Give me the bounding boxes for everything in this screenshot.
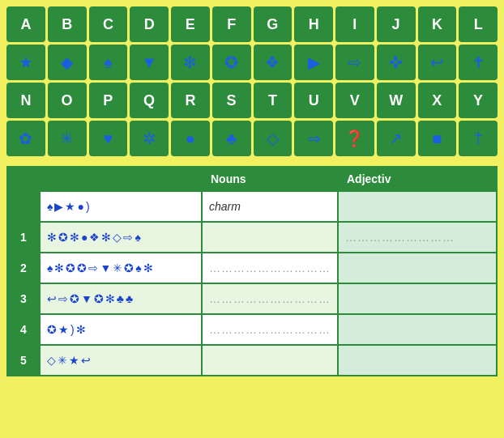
key-sym-diamond-open[interactable]: ◇ — [254, 121, 293, 156]
row-noun-3[interactable]: ………………………… — [202, 283, 338, 314]
key-T[interactable]: T — [254, 83, 293, 118]
row-num-1: 1 — [7, 222, 40, 253]
key-sym-uparrow[interactable]: ↗ — [377, 121, 416, 156]
key-I[interactable]: I — [335, 6, 374, 42]
row-adj-5[interactable] — [338, 345, 497, 376]
table-section: Nouns Adjectiv ♠▶★●) charm 1 ✻✪✻●❖✻◇⇨♠ …… — [0, 166, 504, 383]
key-S[interactable]: S — [212, 83, 251, 118]
key-sym-spade[interactable]: ♠ — [89, 45, 128, 80]
key-E[interactable]: E — [171, 6, 210, 42]
col-header-code — [40, 167, 202, 191]
table-row: ♠▶★●) charm — [7, 191, 497, 222]
key-W[interactable]: W — [377, 83, 416, 118]
table-row: 2 ♠✻✪✪⇨▼✳✪♠✻ ………………………… — [7, 253, 497, 283]
key-sym-club[interactable]: ♣ — [212, 121, 251, 156]
table-row: 4 ✪★)✻ ………………………… — [7, 314, 497, 345]
key-sym-downtri[interactable]: ▼ — [130, 45, 169, 80]
key-Y[interactable]: Y — [459, 83, 498, 118]
row-code-4[interactable]: ✪★)✻ — [40, 314, 202, 345]
key-X[interactable]: X — [418, 83, 457, 118]
key-Q[interactable]: Q — [130, 83, 169, 118]
key-D[interactable]: D — [130, 6, 169, 42]
key-sym-asterisk[interactable]: ✻ — [171, 45, 210, 80]
key-N[interactable]: N — [6, 83, 45, 118]
key-sym-fourdiamonds[interactable]: ❖ — [254, 45, 293, 80]
table-row: 1 ✻✪✻●❖✻◇⇨♠ ……………………… — [7, 222, 497, 253]
key-V[interactable]: V — [335, 83, 374, 118]
row-adj-0[interactable] — [338, 191, 497, 222]
table-row: 3 ↩⇨✪▼✪✻♣♣ ………………………… — [7, 283, 497, 314]
key-sym-diamond[interactable]: ◆ — [48, 45, 87, 80]
row-noun-5[interactable] — [202, 345, 338, 376]
key-sym-square[interactable]: ■ — [418, 121, 457, 156]
key-B[interactable]: B — [48, 6, 87, 42]
key-J[interactable]: J — [377, 6, 416, 42]
key-K[interactable]: K — [418, 6, 457, 42]
key-C[interactable]: C — [89, 6, 128, 42]
key-sym-cross[interactable]: ✝ — [459, 45, 498, 80]
row-noun-2[interactable]: ………………………… — [202, 253, 338, 283]
row-noun-1[interactable] — [202, 222, 338, 253]
key-sym-sparkle[interactable]: ✲ — [130, 121, 169, 156]
key-sym-question[interactable]: ❓ — [335, 121, 374, 156]
key-sym-circle[interactable]: ● — [171, 121, 210, 156]
key-O[interactable]: O — [48, 83, 87, 118]
col-header-adj: Adjectiv — [338, 167, 497, 191]
key-sym-heart[interactable]: ♥ — [89, 121, 128, 156]
key-sym-righttri[interactable]: ▶ — [294, 45, 333, 80]
row-adj-1[interactable]: ……………………… — [338, 222, 497, 253]
puzzle-table: Nouns Adjectiv ♠▶★●) charm 1 ✻✪✻●❖✻◇⇨♠ …… — [6, 166, 498, 376]
row-num-5: 5 — [7, 345, 40, 376]
key-sym-return[interactable]: ↩ — [418, 45, 457, 80]
key-R[interactable]: R — [171, 83, 210, 118]
col-header-nouns: Nouns — [202, 167, 338, 191]
key-sym-snowflake[interactable]: ✳ — [48, 121, 87, 156]
key-sym-flower[interactable]: ✿ — [6, 121, 45, 156]
row-noun-4[interactable]: ………………………… — [202, 314, 338, 345]
table-row: 5 ◇✳★↩ — [7, 345, 497, 376]
col-header-num — [7, 167, 40, 191]
row-num-2: 2 — [7, 253, 40, 283]
row-noun-0[interactable]: charm — [202, 191, 338, 222]
key-L[interactable]: L — [459, 6, 498, 42]
row-code-1[interactable]: ✻✪✻●❖✻◇⇨♠ — [40, 222, 202, 253]
key-grid: A B C D E F G H I J K L ★ ◆ ♠ ▼ ✻ ✪ ❖ ▶ … — [6, 6, 498, 156]
key-sym-circlestar[interactable]: ✪ — [212, 45, 251, 80]
row-adj-3[interactable] — [338, 283, 497, 314]
row-adj-4[interactable] — [338, 314, 497, 345]
row-code-5[interactable]: ◇✳★↩ — [40, 345, 202, 376]
key-U[interactable]: U — [294, 83, 333, 118]
keyboard-section: A B C D E F G H I J K L ★ ◆ ♠ ▼ ✻ ✪ ❖ ▶ … — [0, 0, 504, 166]
key-sym-dagger[interactable]: † — [459, 121, 498, 156]
key-sym-rightarrow[interactable]: ⇨ — [335, 45, 374, 80]
row-adj-2[interactable] — [338, 253, 497, 283]
row-code-0[interactable]: ♠▶★●) — [40, 191, 202, 222]
row-code-3[interactable]: ↩⇨✪▼✪✻♣♣ — [40, 283, 202, 314]
key-sym-star[interactable]: ★ — [6, 45, 45, 80]
row-num-4: 4 — [7, 314, 40, 345]
key-F[interactable]: F — [212, 6, 251, 42]
key-G[interactable]: G — [254, 6, 293, 42]
key-P[interactable]: P — [89, 83, 128, 118]
key-sym-doublearrow[interactable]: ⇒ — [294, 121, 333, 156]
key-sym-crossarrow[interactable]: ✜ — [377, 45, 416, 80]
row-num-0 — [7, 191, 40, 222]
row-code-2[interactable]: ♠✻✪✪⇨▼✳✪♠✻ — [40, 253, 202, 283]
key-A[interactable]: A — [6, 6, 45, 42]
row-num-3: 3 — [7, 283, 40, 314]
key-H[interactable]: H — [294, 6, 333, 42]
